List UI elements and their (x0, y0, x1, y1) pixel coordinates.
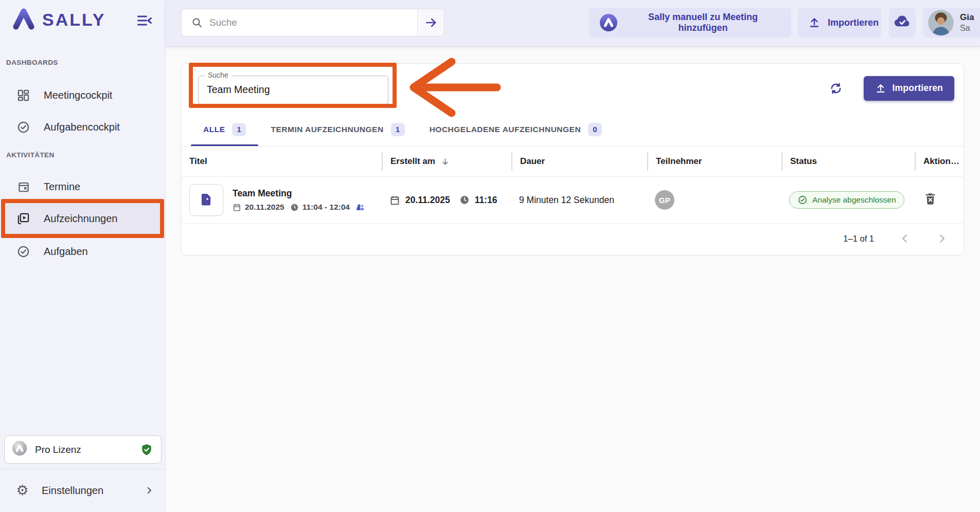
cell-erstellt-am: 20.11.2025 11:16 (382, 195, 511, 206)
user-menu[interactable]: Gia Sa (923, 8, 980, 38)
calendar-small-icon (233, 203, 241, 212)
brand-name: SALLY (42, 10, 105, 30)
check-circle-icon (16, 245, 30, 259)
recordings-search-field: Suche (198, 76, 388, 104)
recordings-search-label: Suche (205, 71, 231, 79)
calendar-icon (16, 180, 30, 194)
filter-row: Suche (182, 64, 964, 113)
cloud-check-icon (894, 13, 911, 33)
teams-icon (355, 203, 365, 212)
column-header-erstellt-am[interactable]: Erstellt am (382, 152, 511, 171)
section-label-dashboards: DASHBOARDS (6, 59, 58, 66)
top-header: Sally manuell zu Meeting hinzufügen Impo… (166, 0, 980, 46)
tab-termin-aufzeichnungen[interactable]: TERMIN AUFZEICHNUNGEN 1 (258, 113, 417, 146)
sidebar-item-aufgaben[interactable]: Aufgaben (4, 236, 161, 266)
pagination: 1–1 of 1 (182, 224, 964, 254)
clock-icon (290, 203, 299, 212)
next-page-icon[interactable] (935, 232, 949, 246)
tab-hochgeladene-aufzeichnungen[interactable]: HOCHGELADENE AUFZEICHNUNGEN 0 (417, 113, 615, 146)
user-name: Gia (960, 12, 974, 23)
header-import-label: Importieren (828, 17, 879, 28)
sidebar-item-label: Aufgabencockpit (44, 121, 120, 133)
collapse-sidebar-icon[interactable] (136, 13, 153, 28)
import-recording-button[interactable]: Importieren (864, 76, 954, 101)
user-subtitle: Sa (960, 23, 974, 33)
sidebar-item-label: Einstellungen (42, 485, 103, 497)
recordings-search-input[interactable] (199, 76, 388, 104)
import-recording-label: Importieren (893, 83, 943, 94)
tab-alle[interactable]: ALLE 1 (191, 113, 258, 146)
column-header-titel: Titel (182, 152, 382, 171)
shield-check-icon (139, 443, 154, 457)
status-label: Analyse abgeschlossen (812, 195, 896, 205)
sidebar-item-aufgabencockpit[interactable]: Aufgabencockpit (4, 112, 161, 142)
sidebar-item-meetingcockpit[interactable]: Meetingcockpit (4, 80, 161, 110)
search-submit-button[interactable] (417, 9, 444, 36)
column-header-aktionen: Aktion… (915, 152, 964, 171)
recording-meta: 20.11.2025 11:04 - 12:04 (233, 203, 365, 212)
license-badge[interactable]: Pro Lizenz (4, 435, 162, 464)
pagination-range: 1–1 of 1 (843, 234, 874, 244)
check-circle-icon (16, 120, 30, 134)
add-sally-to-meeting-button[interactable]: Sally manuell zu Meeting hinzufügen (589, 8, 791, 38)
chevron-right-icon (145, 486, 154, 495)
delete-recording-icon[interactable] (922, 192, 938, 207)
sidebar-item-label: Meetingcockpit (44, 89, 112, 101)
global-search (181, 9, 444, 36)
recordings-card: Suche (181, 63, 964, 255)
sidebar-divider (0, 469, 165, 469)
tab-count-badge: 0 (588, 123, 602, 136)
cell-aktionen (915, 192, 964, 208)
sidebar-item-einstellungen[interactable]: ⚙︎ Einstellungen (4, 476, 161, 505)
license-label: Pro Lizenz (35, 444, 81, 455)
column-header-teilnehmer: Teilnehmer (647, 152, 781, 171)
recording-title: Team Meeting (233, 188, 365, 199)
upload-icon (875, 83, 886, 94)
section-label-aktivitaeten: AKTIVITÄTEN (6, 151, 55, 159)
header-import-button[interactable]: Importieren (798, 8, 881, 38)
sally-disc-icon (599, 13, 618, 32)
column-header-status: Status (781, 152, 915, 171)
user-avatar (928, 10, 954, 35)
sidebar-item-termine[interactable]: Termine (4, 172, 161, 202)
search-icon (191, 16, 203, 29)
add-sally-label: Sally manuell zu Meeting hinzufügen (625, 12, 781, 33)
cell-titel: Team Meeting 20.11.2025 (182, 184, 382, 216)
cell-dauer: 9 Minuten 12 Sekunden (511, 195, 647, 206)
sally-license-icon (12, 441, 27, 459)
upload-icon (808, 16, 821, 29)
sidebar-item-label: Aufgaben (44, 246, 88, 258)
cloud-sync-button[interactable] (889, 8, 916, 38)
calendar-small-icon (389, 195, 400, 206)
gear-icon: ⚙︎ (15, 484, 29, 498)
global-search-input[interactable] (208, 16, 417, 29)
brand-logo-row: SALLY (11, 7, 105, 32)
document-icon (199, 192, 213, 208)
dashboard-grid-icon (16, 88, 30, 102)
clock-icon (459, 195, 470, 205)
tab-count-badge: 1 (391, 123, 405, 136)
participant-avatar[interactable]: GP (655, 190, 674, 210)
sidebar-item-label: Aufzeichnungen (44, 213, 117, 225)
video-library-icon (16, 212, 30, 226)
meeting-date: 20.11.2025 (245, 203, 284, 212)
sally-logo-icon (11, 7, 36, 32)
previous-page-icon[interactable] (898, 232, 912, 246)
tab-label: TERMIN AUFZEICHNUNGEN (271, 125, 383, 134)
tab-label: HOCHGELADENE AUFZEICHNUNGEN (430, 125, 581, 134)
sort-desc-icon (440, 157, 450, 167)
cell-teilnehmer: GP (647, 190, 781, 210)
table-row[interactable]: Team Meeting 20.11.2025 (182, 176, 964, 224)
duration-value: 9 Minuten 12 Sekunden (519, 195, 614, 205)
status-badge: Analyse abgeschlossen (789, 191, 904, 209)
open-recording-button[interactable] (189, 184, 223, 216)
created-date: 20.11.2025 (405, 195, 450, 206)
sidebar-item-label: Termine (44, 181, 80, 193)
sidebar-item-aufzeichnungen[interactable]: Aufzeichnungen (4, 203, 161, 234)
created-time: 11:16 (475, 195, 497, 206)
app-root: SALLY DASHBOARDS Meetingcockpit (0, 0, 980, 512)
table-header-row: Titel Erstellt am Dauer Teilnehmer Statu… (182, 147, 964, 176)
meeting-time: 11:04 - 12:04 (302, 203, 350, 212)
tab-label: ALLE (203, 125, 225, 134)
refresh-icon[interactable] (826, 78, 846, 99)
